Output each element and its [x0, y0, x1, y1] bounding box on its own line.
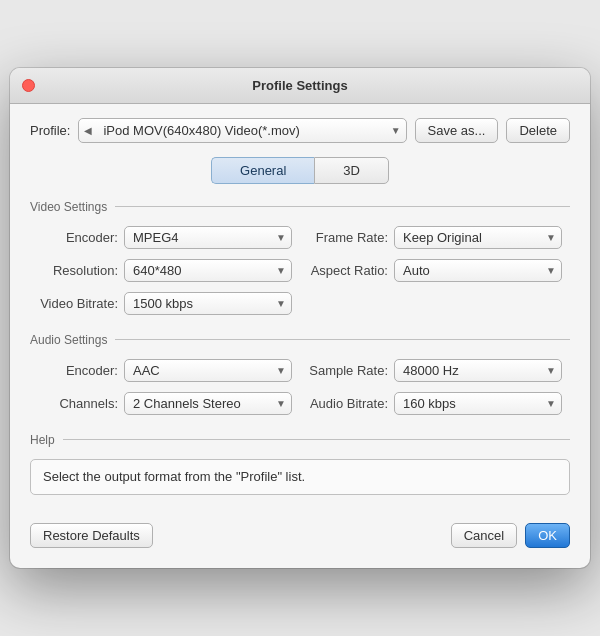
help-section: Help Select the output format from the "…	[30, 433, 570, 495]
video-settings-section: Video Settings Encoder: MPEG4 ▼ Frame	[30, 200, 570, 315]
ok-button[interactable]: OK	[525, 523, 570, 548]
tab-3d[interactable]: 3D	[314, 157, 389, 184]
sample-rate-label: Sample Rate:	[308, 363, 388, 378]
restore-defaults-button[interactable]: Restore Defaults	[30, 523, 153, 548]
window-title: Profile Settings	[252, 78, 347, 93]
resolution-label: Resolution:	[38, 263, 118, 278]
resolution-select-wrapper: 640*480 ▼	[124, 259, 292, 282]
aspect-ratio-select-wrapper: Auto ▼	[394, 259, 562, 282]
delete-button[interactable]: Delete	[506, 118, 570, 143]
audio-bitrate-label: Audio Bitrate:	[308, 396, 388, 411]
video-settings-header: Video Settings	[30, 200, 570, 214]
audio-encoder-field-row: Encoder: AAC ▼	[38, 359, 292, 382]
sample-rate-select-wrapper: 48000 Hz ▼	[394, 359, 562, 382]
help-box: Select the output format from the "Profi…	[30, 459, 570, 495]
channels-select-wrapper: 2 Channels Stereo ▼	[124, 392, 292, 415]
audio-settings-divider	[115, 339, 570, 340]
audio-bitrate-select[interactable]: 160 kbps	[394, 392, 562, 415]
video-settings-title: Video Settings	[30, 200, 107, 214]
video-settings-divider	[115, 206, 570, 207]
audio-bitrate-select-wrapper: 160 kbps ▼	[394, 392, 562, 415]
audio-encoder-select-wrapper: AAC ▼	[124, 359, 292, 382]
profile-select[interactable]: iPod MOV(640x480) Video(*.mov)	[78, 118, 406, 143]
encoder-label: Encoder:	[38, 230, 118, 245]
tab-general[interactable]: General	[211, 157, 314, 184]
aspect-ratio-field-row: Aspect Ratio: Auto ▼	[308, 259, 562, 282]
profile-label: Profile:	[30, 123, 70, 138]
help-header: Help	[30, 433, 570, 447]
audio-settings-header: Audio Settings	[30, 333, 570, 347]
bottom-right-buttons: Cancel OK	[451, 523, 570, 548]
title-bar: Profile Settings	[10, 68, 590, 104]
audio-encoder-select[interactable]: AAC	[124, 359, 292, 382]
close-button[interactable]	[22, 79, 35, 92]
frame-rate-select-wrapper: Keep Original ▼	[394, 226, 562, 249]
sample-rate-select[interactable]: 48000 Hz	[394, 359, 562, 382]
save-as-button[interactable]: Save as...	[415, 118, 499, 143]
video-fields-grid: Encoder: MPEG4 ▼ Frame Rate: Keep Origin…	[30, 226, 570, 315]
profile-row: Profile: ◀ iPod MOV(640x480) Video(*.mov…	[30, 118, 570, 143]
help-title: Help	[30, 433, 55, 447]
frame-rate-field-row: Frame Rate: Keep Original ▼	[308, 226, 562, 249]
profile-select-wrapper: ◀ iPod MOV(640x480) Video(*.mov) ▼	[78, 118, 406, 143]
channels-select[interactable]: 2 Channels Stereo	[124, 392, 292, 415]
frame-rate-label: Frame Rate:	[308, 230, 388, 245]
video-placeholder	[308, 292, 562, 315]
aspect-ratio-label: Aspect Ratio:	[308, 263, 388, 278]
audio-fields-grid: Encoder: AAC ▼ Sample Rate: 48000 Hz	[30, 359, 570, 415]
help-divider	[63, 439, 570, 440]
audio-settings-title: Audio Settings	[30, 333, 107, 347]
profile-settings-window: Profile Settings Profile: ◀ iPod MOV(640…	[10, 68, 590, 568]
resolution-select[interactable]: 640*480	[124, 259, 292, 282]
encoder-field-row: Encoder: MPEG4 ▼	[38, 226, 292, 249]
cancel-button[interactable]: Cancel	[451, 523, 517, 548]
channels-field-row: Channels: 2 Channels Stereo ▼	[38, 392, 292, 415]
channels-label: Channels:	[38, 396, 118, 411]
aspect-ratio-select[interactable]: Auto	[394, 259, 562, 282]
video-bitrate-label: Video Bitrate:	[38, 296, 118, 311]
video-bitrate-select[interactable]: 1500 kbps	[124, 292, 292, 315]
frame-rate-select[interactable]: Keep Original	[394, 226, 562, 249]
help-text: Select the output format from the "Profi…	[43, 468, 557, 486]
tab-group: General 3D	[30, 157, 570, 184]
audio-encoder-label: Encoder:	[38, 363, 118, 378]
encoder-select[interactable]: MPEG4	[124, 226, 292, 249]
video-bitrate-select-wrapper: 1500 kbps ▼	[124, 292, 292, 315]
encoder-select-wrapper: MPEG4 ▼	[124, 226, 292, 249]
audio-bitrate-field-row: Audio Bitrate: 160 kbps ▼	[308, 392, 562, 415]
bottom-bar: Restore Defaults Cancel OK	[30, 513, 570, 548]
resolution-field-row: Resolution: 640*480 ▼	[38, 259, 292, 282]
main-content: Profile: ◀ iPod MOV(640x480) Video(*.mov…	[10, 104, 590, 568]
sample-rate-field-row: Sample Rate: 48000 Hz ▼	[308, 359, 562, 382]
audio-settings-section: Audio Settings Encoder: AAC ▼ Sample R	[30, 333, 570, 415]
video-bitrate-field-row: Video Bitrate: 1500 kbps ▼	[38, 292, 292, 315]
